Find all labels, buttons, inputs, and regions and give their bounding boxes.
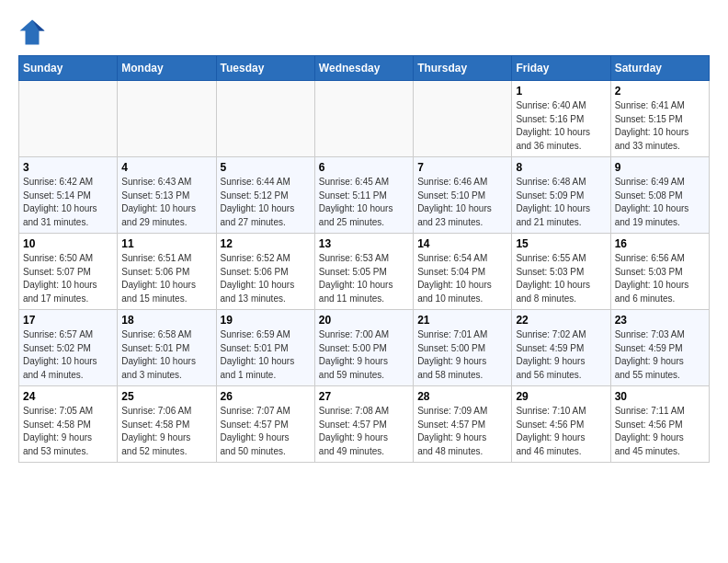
calendar-cell [19, 81, 118, 157]
day-number: 20 [319, 314, 409, 327]
calendar-week-row: 24Sunrise: 7:05 AM Sunset: 4:58 PM Dayli… [19, 386, 710, 463]
calendar-cell: 22Sunrise: 7:02 AM Sunset: 4:59 PM Dayli… [512, 310, 610, 386]
day-info: Sunrise: 6:40 AM Sunset: 5:16 PM Dayligh… [516, 99, 606, 153]
day-info: Sunrise: 6:54 AM Sunset: 5:04 PM Dayligh… [417, 252, 507, 305]
day-number: 1 [516, 85, 606, 98]
day-number: 22 [516, 314, 606, 327]
day-number: 14 [417, 237, 507, 250]
day-info: Sunrise: 7:08 AM Sunset: 4:57 PM Dayligh… [319, 405, 409, 458]
calendar-cell: 23Sunrise: 7:03 AM Sunset: 4:59 PM Dayli… [610, 310, 709, 386]
day-info: Sunrise: 6:58 AM Sunset: 5:01 PM Dayligh… [121, 328, 211, 382]
day-info: Sunrise: 7:03 AM Sunset: 4:59 PM Dayligh… [615, 328, 705, 382]
day-info: Sunrise: 7:09 AM Sunset: 4:57 PM Dayligh… [417, 405, 507, 458]
day-number: 19 [221, 314, 311, 327]
calendar-cell: 16Sunrise: 6:56 AM Sunset: 5:03 PM Dayli… [610, 234, 709, 310]
day-info: Sunrise: 6:42 AM Sunset: 5:14 PM Dayligh… [23, 176, 113, 229]
logo-icon [18, 18, 46, 46]
calendar-cell: 19Sunrise: 6:59 AM Sunset: 5:01 PM Dayli… [216, 310, 314, 386]
weekday-header-saturday: Saturday [610, 56, 709, 81]
day-info: Sunrise: 6:50 AM Sunset: 5:07 PM Dayligh… [23, 252, 113, 305]
calendar-cell: 24Sunrise: 7:05 AM Sunset: 4:58 PM Dayli… [19, 386, 118, 463]
day-info: Sunrise: 6:49 AM Sunset: 5:08 PM Dayligh… [615, 176, 705, 229]
calendar-week-row: 10Sunrise: 6:50 AM Sunset: 5:07 PM Dayli… [19, 234, 710, 310]
day-info: Sunrise: 7:10 AM Sunset: 4:56 PM Dayligh… [516, 405, 606, 458]
calendar-cell: 13Sunrise: 6:53 AM Sunset: 5:05 PM Dayli… [314, 234, 413, 310]
day-info: Sunrise: 7:06 AM Sunset: 4:58 PM Dayligh… [121, 405, 211, 458]
day-info: Sunrise: 6:51 AM Sunset: 5:06 PM Dayligh… [121, 252, 211, 305]
calendar-cell: 2Sunrise: 6:41 AM Sunset: 5:15 PM Daylig… [610, 81, 709, 157]
calendar-cell: 30Sunrise: 7:11 AM Sunset: 4:56 PM Dayli… [610, 386, 709, 463]
day-number: 29 [516, 390, 606, 403]
calendar-cell [216, 81, 314, 157]
day-number: 6 [319, 161, 409, 174]
day-info: Sunrise: 6:52 AM Sunset: 5:06 PM Dayligh… [221, 252, 311, 305]
calendar-cell: 4Sunrise: 6:43 AM Sunset: 5:13 PM Daylig… [118, 157, 216, 234]
day-number: 2 [615, 85, 705, 98]
day-info: Sunrise: 7:01 AM Sunset: 5:00 PM Dayligh… [417, 328, 507, 382]
calendar-cell: 20Sunrise: 7:00 AM Sunset: 5:00 PM Dayli… [314, 310, 413, 386]
day-number: 7 [417, 161, 507, 174]
calendar-cell: 29Sunrise: 7:10 AM Sunset: 4:56 PM Dayli… [512, 386, 610, 463]
day-info: Sunrise: 7:00 AM Sunset: 5:00 PM Dayligh… [319, 328, 409, 382]
calendar-cell [118, 81, 216, 157]
day-info: Sunrise: 6:48 AM Sunset: 5:09 PM Dayligh… [516, 176, 606, 229]
weekday-header-row: SundayMondayTuesdayWednesdayThursdayFrid… [19, 56, 710, 81]
day-number: 30 [615, 390, 705, 403]
day-number: 23 [615, 314, 705, 327]
calendar-week-row: 17Sunrise: 6:57 AM Sunset: 5:02 PM Dayli… [19, 310, 710, 386]
calendar-cell: 15Sunrise: 6:55 AM Sunset: 5:03 PM Dayli… [512, 234, 610, 310]
day-number: 10 [23, 237, 113, 250]
day-number: 11 [121, 237, 211, 250]
day-number: 4 [121, 161, 211, 174]
day-number: 17 [23, 314, 113, 327]
day-number: 12 [221, 237, 311, 250]
weekday-header-wednesday: Wednesday [314, 56, 413, 81]
day-info: Sunrise: 6:59 AM Sunset: 5:01 PM Dayligh… [221, 328, 311, 382]
day-number: 15 [516, 237, 606, 250]
day-number: 3 [23, 161, 113, 174]
day-info: Sunrise: 6:41 AM Sunset: 5:15 PM Dayligh… [615, 99, 705, 153]
day-info: Sunrise: 6:45 AM Sunset: 5:11 PM Dayligh… [319, 176, 409, 229]
calendar-cell: 17Sunrise: 6:57 AM Sunset: 5:02 PM Dayli… [19, 310, 118, 386]
day-number: 9 [615, 161, 705, 174]
calendar-cell: 5Sunrise: 6:44 AM Sunset: 5:12 PM Daylig… [216, 157, 314, 234]
calendar-cell [314, 81, 413, 157]
calendar-cell: 3Sunrise: 6:42 AM Sunset: 5:14 PM Daylig… [19, 157, 118, 234]
logo [18, 18, 50, 46]
day-number: 18 [121, 314, 211, 327]
weekday-header-tuesday: Tuesday [216, 56, 314, 81]
calendar-table: SundayMondayTuesdayWednesdayThursdayFrid… [18, 55, 710, 463]
day-number: 25 [121, 390, 211, 403]
day-number: 28 [417, 390, 507, 403]
calendar-week-row: 1Sunrise: 6:40 AM Sunset: 5:16 PM Daylig… [19, 81, 710, 157]
day-info: Sunrise: 7:07 AM Sunset: 4:57 PM Dayligh… [221, 405, 311, 458]
day-info: Sunrise: 6:53 AM Sunset: 5:05 PM Dayligh… [319, 252, 409, 305]
weekday-header-friday: Friday [512, 56, 610, 81]
day-info: Sunrise: 7:02 AM Sunset: 4:59 PM Dayligh… [516, 328, 606, 382]
calendar-cell: 26Sunrise: 7:07 AM Sunset: 4:57 PM Dayli… [216, 386, 314, 463]
calendar-cell: 14Sunrise: 6:54 AM Sunset: 5:04 PM Dayli… [414, 234, 512, 310]
calendar-cell: 12Sunrise: 6:52 AM Sunset: 5:06 PM Dayli… [216, 234, 314, 310]
calendar-cell: 25Sunrise: 7:06 AM Sunset: 4:58 PM Dayli… [118, 386, 216, 463]
weekday-header-monday: Monday [118, 56, 216, 81]
calendar-week-row: 3Sunrise: 6:42 AM Sunset: 5:14 PM Daylig… [19, 157, 710, 234]
day-number: 27 [319, 390, 409, 403]
day-number: 24 [23, 390, 113, 403]
calendar-cell: 6Sunrise: 6:45 AM Sunset: 5:11 PM Daylig… [314, 157, 413, 234]
day-info: Sunrise: 6:43 AM Sunset: 5:13 PM Dayligh… [121, 176, 211, 229]
day-info: Sunrise: 6:56 AM Sunset: 5:03 PM Dayligh… [615, 252, 705, 305]
day-number: 8 [516, 161, 606, 174]
calendar-cell [414, 81, 512, 157]
day-info: Sunrise: 7:11 AM Sunset: 4:56 PM Dayligh… [615, 405, 705, 458]
day-number: 16 [615, 237, 705, 250]
calendar-cell: 28Sunrise: 7:09 AM Sunset: 4:57 PM Dayli… [414, 386, 512, 463]
calendar-cell: 9Sunrise: 6:49 AM Sunset: 5:08 PM Daylig… [610, 157, 709, 234]
calendar-cell: 1Sunrise: 6:40 AM Sunset: 5:16 PM Daylig… [512, 81, 610, 157]
header [18, 18, 710, 46]
weekday-header-thursday: Thursday [414, 56, 512, 81]
day-info: Sunrise: 6:55 AM Sunset: 5:03 PM Dayligh… [516, 252, 606, 305]
calendar-cell: 27Sunrise: 7:08 AM Sunset: 4:57 PM Dayli… [314, 386, 413, 463]
day-info: Sunrise: 6:57 AM Sunset: 5:02 PM Dayligh… [23, 328, 113, 382]
day-number: 26 [221, 390, 311, 403]
day-number: 13 [319, 237, 409, 250]
